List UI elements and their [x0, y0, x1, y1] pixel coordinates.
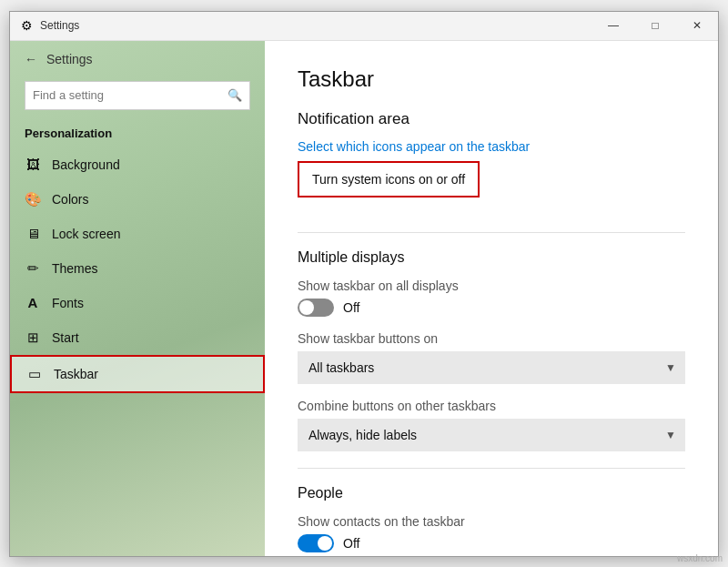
combine-buttons-dropdown-row: Always, hide labels ▼ [298, 419, 685, 451]
notification-area-heading: Notification area [298, 110, 685, 128]
settings-icon: ⚙ [21, 18, 33, 33]
show-buttons-dropdown[interactable]: All taskbars [298, 351, 685, 384]
combine-buttons-label: Combine buttons on other taskbars [298, 399, 685, 413]
titlebar-controls: — □ ✕ [592, 11, 718, 40]
back-nav[interactable]: ← Settings [10, 41, 265, 77]
sidebar-item-label-lock-screen: Lock screen [52, 227, 120, 241]
sidebar-item-taskbar[interactable]: ▭ Taskbar [10, 355, 265, 393]
sidebar-item-label-themes: Themes [52, 261, 98, 276]
maximize-button[interactable]: □ [634, 11, 676, 40]
show-taskbar-label: Show taskbar on all displays [298, 278, 685, 293]
show-taskbar-toggle-text: Off [343, 300, 359, 315]
sidebar-item-lock-screen[interactable]: 🖥 Lock screen [10, 217, 265, 251]
back-icon: ← [25, 52, 37, 66]
settings-window: ⚙ Settings — □ ✕ ← Settings 🔍 Personaliz… [9, 11, 719, 557]
toggle-knob-contacts [318, 536, 332, 551]
sidebar-item-label-fonts: Fonts [52, 296, 84, 310]
people-heading: People [298, 485, 685, 501]
content-area: ← Settings 🔍 Personalization 🖼 Backgroun… [10, 41, 718, 556]
people-section: People Show contacts on the taskbar Off [298, 485, 685, 552]
multiple-displays-heading: Multiple displays [298, 249, 685, 266]
fonts-icon: A [25, 295, 41, 311]
show-contacts-label: Show contacts on the taskbar [298, 514, 685, 529]
start-icon: ⊞ [25, 329, 41, 346]
show-buttons-label: Show taskbar buttons on [298, 331, 685, 346]
watermark: wsxdn.com [677, 553, 723, 563]
search-icon[interactable]: 🔍 [228, 88, 242, 102]
combine-buttons-dropdown[interactable]: Always, hide labels [298, 419, 685, 451]
back-label: Settings [46, 52, 93, 66]
lock-screen-icon: 🖥 [25, 226, 41, 242]
taskbar-icon: ▭ [26, 366, 43, 382]
sidebar-item-label-background: Background [52, 157, 120, 172]
show-buttons-setting: Show taskbar buttons on All taskbars ▼ [298, 331, 685, 384]
background-icon: 🖼 [25, 157, 41, 173]
titlebar-left: ⚙ Settings [21, 18, 79, 33]
titlebar-title: Settings [40, 19, 79, 32]
divider-2 [298, 468, 685, 469]
show-contacts-toggle[interactable] [298, 534, 334, 552]
show-taskbar-toggle[interactable] [298, 299, 334, 317]
select-icons-link[interactable]: Select which icons appear on the taskbar [298, 139, 530, 154]
sidebar-item-label-colors: Colors [52, 192, 88, 207]
main-panel: Taskbar Notification area Select which i… [265, 41, 718, 556]
sidebar-item-label-taskbar: Taskbar [54, 367, 98, 381]
sidebar: ← Settings 🔍 Personalization 🖼 Backgroun… [10, 41, 265, 556]
colors-icon: 🎨 [25, 191, 41, 208]
minimize-button[interactable]: — [592, 11, 634, 40]
divider-1 [298, 232, 685, 233]
search-box[interactable]: 🔍 [25, 81, 250, 110]
toggle-knob-taskbar [299, 300, 314, 315]
sidebar-item-label-start: Start [52, 330, 79, 345]
sidebar-item-colors[interactable]: 🎨 Colors [10, 182, 265, 217]
show-contacts-setting: Show contacts on the taskbar Off [298, 514, 685, 552]
sidebar-item-start[interactable]: ⊞ Start [10, 320, 265, 355]
show-buttons-dropdown-row: All taskbars ▼ [298, 351, 685, 384]
themes-icon: ✏ [25, 260, 41, 277]
sidebar-item-fonts[interactable]: A Fonts [10, 286, 265, 320]
show-contacts-toggle-row: Off [298, 534, 685, 552]
sidebar-item-background[interactable]: 🖼 Background [10, 147, 265, 182]
sidebar-section-title: Personalization [10, 121, 265, 147]
titlebar: ⚙ Settings — □ ✕ [10, 12, 718, 41]
turn-system-icons-link[interactable]: Turn system icons on or off [298, 161, 480, 197]
search-input[interactable] [33, 88, 228, 102]
show-taskbar-setting: Show taskbar on all displays Off [298, 278, 685, 317]
show-contacts-toggle-text: Off [343, 536, 359, 551]
sidebar-item-themes[interactable]: ✏ Themes [10, 251, 265, 286]
close-button[interactable]: ✕ [676, 11, 718, 40]
show-taskbar-toggle-row: Off [298, 299, 685, 317]
combine-buttons-setting: Combine buttons on other taskbars Always… [298, 399, 685, 451]
page-title: Taskbar [298, 66, 685, 92]
